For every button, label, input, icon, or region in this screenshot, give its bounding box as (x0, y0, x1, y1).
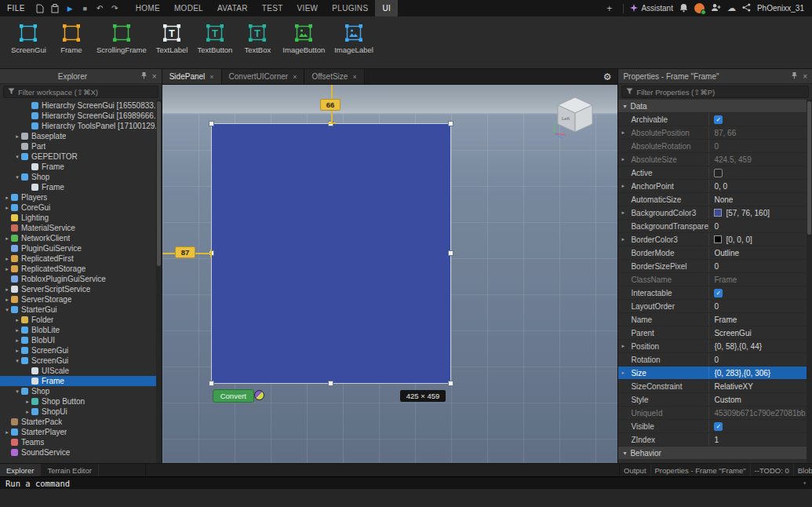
resize-handle[interactable] (448, 250, 453, 256)
view-cube[interactable]: Left (550, 94, 600, 143)
tree-item-robloxpluginguiservice[interactable]: RobloxPluginGuiService (0, 274, 162, 284)
property-row-active[interactable]: Active (618, 166, 812, 180)
property-value[interactable]: Frame (714, 275, 737, 284)
property-row-sizeconstraint[interactable]: SizeConstraintRelativeXY (618, 380, 812, 393)
close-icon[interactable]: × (152, 72, 157, 81)
property-value[interactable]: Frame (714, 316, 737, 324)
chevron-right-icon[interactable]: ▸ (13, 327, 21, 334)
close-icon[interactable]: × (209, 73, 213, 81)
chevron-right-icon[interactable]: ▸ (621, 156, 624, 162)
property-value[interactable]: 0 (714, 302, 719, 311)
property-value-cell[interactable]: 0 (708, 140, 812, 152)
chevron-right-icon[interactable]: ▸ (13, 348, 21, 354)
chevron-down-icon[interactable]: ▾ (3, 307, 11, 313)
property-value[interactable]: 0 (714, 142, 719, 151)
property-value[interactable]: [0, 0, 0] (726, 235, 752, 244)
cloud-icon[interactable]: ☁ (727, 3, 736, 13)
chevron-right-icon[interactable]: ▸ (621, 129, 624, 136)
tree-item-screengui[interactable]: ▸ScreenGui (0, 345, 162, 356)
property-value-cell[interactable]: {0, 58},{0, 44} (708, 340, 812, 352)
property-value[interactable]: Outline (714, 249, 739, 257)
section-header-data[interactable]: ▾ Data (618, 100, 812, 113)
tree-item-hierarchy-screengui-16550833[interactable]: Hierarchy ScreenGui [16550833... (0, 100, 162, 111)
tree-item-bloblite[interactable]: ▸BlobLite (0, 325, 162, 335)
tool-scrollingframe[interactable]: ScrollingFrame (92, 21, 151, 54)
tool-frame[interactable]: Frame (51, 21, 92, 54)
tree-item-coregui[interactable]: ▸CoreGui (0, 202, 162, 213)
property-row-style[interactable]: StyleCustom (618, 393, 812, 407)
username[interactable]: PhOenixx_31 (757, 4, 804, 13)
property-row-backgroundtranspare[interactable]: BackgroundTranspare...0 (618, 220, 812, 233)
section-header-behavior[interactable]: ▾ Behavior (618, 447, 812, 460)
tree-item-soundservice[interactable]: SoundService (0, 447, 162, 458)
checkbox-checked[interactable]: ✓ (714, 289, 723, 297)
tree-item-materialservice[interactable]: MaterialService (0, 223, 162, 233)
chevron-down-icon[interactable]: ▾ (803, 480, 807, 487)
property-value-cell[interactable]: 1 (708, 433, 812, 446)
menu-tab-home[interactable]: HOME (129, 0, 167, 16)
property-value[interactable]: 0 (714, 222, 719, 231)
chevron-down-icon[interactable]: ▾ (13, 154, 21, 160)
close-icon[interactable]: × (803, 72, 807, 81)
property-row-absoluteposition[interactable]: ▸AbsolutePosition87, 66 (618, 126, 812, 140)
color-swatch[interactable] (714, 235, 722, 243)
property-value[interactable]: 0 (714, 262, 719, 271)
insert-cursor-icon[interactable]: + (602, 0, 617, 16)
property-value-cell[interactable]: 0 (708, 260, 812, 272)
tree-item-folder[interactable]: ▸Folder (0, 315, 162, 325)
property-value[interactable]: ScreenGui (714, 329, 751, 337)
chevron-down-icon[interactable]: ▾ (13, 358, 21, 364)
chevron-right-icon[interactable]: ▸ (621, 183, 624, 189)
property-row-name[interactable]: NameFrame (618, 313, 812, 326)
property-row-parent[interactable]: ParentScreenGui (618, 326, 812, 340)
tree-item-replicatedstorage[interactable]: ▸ReplicatedStorage (0, 264, 162, 274)
property-value[interactable]: 0 (714, 356, 719, 364)
property-row-size[interactable]: ▸Size{0, 283},{0, 306} (618, 367, 812, 380)
checkbox-checked[interactable]: ✓ (714, 115, 723, 124)
explorer-filter-input[interactable]: Filter workspace (⇧⌘X) (3, 86, 158, 98)
tool-screengui[interactable]: ScreenGui (6, 21, 51, 54)
undo-icon[interactable]: ↶ (93, 0, 107, 16)
property-value[interactable]: 1 (714, 436, 719, 444)
tool-imagelabel[interactable]: ImageLabel (330, 21, 378, 54)
tree-item-lighting[interactable]: Lighting (0, 213, 162, 223)
resize-handle[interactable] (209, 381, 214, 386)
property-value-cell[interactable]: 424.5, 459 (708, 153, 812, 166)
property-row-backgroundcolor3[interactable]: ▸BackgroundColor3[57, 76, 160] (618, 206, 812, 220)
user-avatar[interactable] (694, 3, 705, 13)
property-row-interactable[interactable]: Interactable✓ (618, 286, 812, 300)
property-row-archivable[interactable]: Archivable✓ (618, 113, 812, 126)
close-icon[interactable]: × (293, 73, 297, 81)
property-value-cell[interactable]: ✓ (708, 286, 812, 299)
tree-item-hierarchy-toolspanel-17100129[interactable]: Hierarchy ToolsPanel [17100129... (0, 121, 162, 131)
property-row-absolutesize[interactable]: ▸AbsoluteSize424.5, 459 (618, 153, 812, 166)
properties-filter-input[interactable]: Filter Properties (⇧⌘P) (621, 86, 809, 98)
property-value[interactable]: {0, 283},{0, 306} (714, 369, 770, 378)
chevron-right-icon[interactable]: ▸ (3, 429, 11, 436)
scrollbar-thumb[interactable] (807, 101, 811, 235)
menu-tab-view[interactable]: VIEW (290, 0, 326, 16)
tree-item-frame[interactable]: Frame (0, 376, 162, 386)
property-row-position[interactable]: ▸Position{0, 58},{0, 44} (618, 340, 812, 353)
tree-item-players[interactable]: ▸Players (0, 192, 162, 202)
tree-item-pluginguiservice[interactable]: PluginGuiService (0, 243, 162, 254)
property-value-cell[interactable]: ScreenGui (708, 326, 812, 339)
scrollbar-thumb[interactable] (157, 101, 161, 266)
chevron-right-icon[interactable]: ▸ (3, 266, 11, 272)
property-value-cell[interactable]: Outline (708, 246, 812, 259)
chevron-right-icon[interactable]: ▸ (3, 195, 11, 201)
tree-item-serverstorage[interactable]: ▸ServerStorage (0, 294, 162, 305)
checkbox-checked[interactable]: ✓ (714, 422, 723, 431)
color-swatch[interactable] (714, 209, 722, 217)
chevron-right-icon[interactable]: ▸ (3, 297, 11, 303)
property-row-layoutorder[interactable]: LayoutOrder0 (618, 300, 812, 313)
property-row-anchorpoint[interactable]: ▸AnchorPoint0, 0 (618, 180, 812, 193)
doc-tab-offsetsize[interactable]: OffsetSize× (304, 69, 364, 84)
property-row-rotation[interactable]: Rotation0 (618, 353, 812, 367)
viewport-3d[interactable]: 66 87 425 × 459 Convert Left (162, 85, 618, 463)
plugin-settings-icon[interactable] (254, 390, 264, 400)
property-row-uniqueid[interactable]: UniqueId45309b671c790e27081bb... (618, 407, 812, 420)
resize-handle[interactable] (448, 121, 453, 126)
assistant-button[interactable]: Assistant (630, 4, 673, 13)
property-value-cell[interactable]: None (708, 193, 812, 206)
